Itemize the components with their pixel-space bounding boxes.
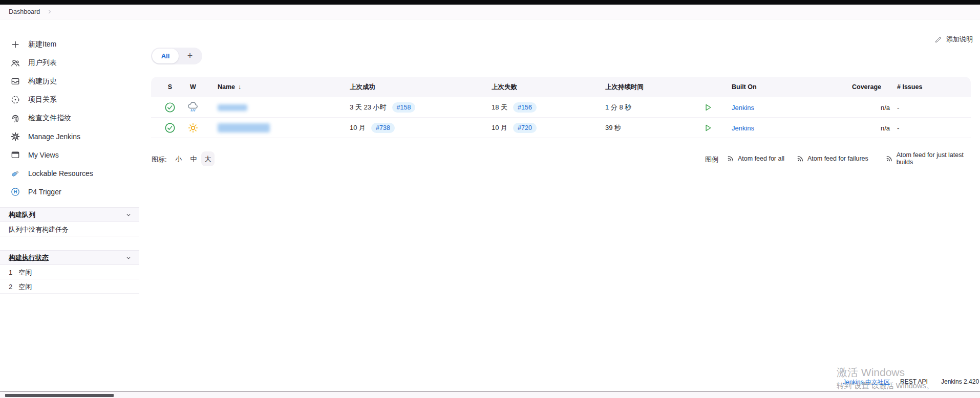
rest-api-link[interactable]: REST API: [900, 378, 928, 385]
status-cell[interactable]: [164, 118, 176, 138]
job-name-link[interactable]: [218, 118, 270, 138]
status-cell[interactable]: [164, 97, 176, 118]
build-number-link[interactable]: #738: [371, 123, 395, 133]
watermark-line1: 激活 Windows: [837, 365, 933, 380]
build-number-link[interactable]: #720: [513, 123, 537, 133]
header-last-duration[interactable]: 上次持续时间: [605, 77, 644, 97]
play-icon: [702, 102, 713, 113]
header-status[interactable]: S: [164, 77, 176, 97]
built-on-link[interactable]: Jenkins: [732, 97, 754, 118]
horizontal-scrollbar-thumb[interactable]: [5, 394, 114, 397]
new-view-button[interactable]: +: [179, 51, 201, 61]
last-success-time: 3 天 23 小时: [350, 103, 387, 112]
sidebar-item-manage-jenkins[interactable]: Manage Jenkins: [0, 127, 139, 146]
icon-size-medium[interactable]: 中: [187, 151, 200, 166]
header-name[interactable]: Name ↓: [218, 77, 241, 97]
executor-status: 空闲: [18, 280, 32, 293]
built-on-link[interactable]: Jenkins: [732, 118, 754, 138]
rss-icon: [797, 155, 804, 162]
weather-cell: [187, 118, 199, 138]
coverage-value: n/a: [881, 118, 890, 138]
build-number-link[interactable]: #156: [513, 102, 537, 113]
scrollbar-track: [0, 392, 980, 398]
atom-feed-all[interactable]: Atom feed for all: [727, 153, 784, 164]
last-duration: 1 分 8 秒: [605, 97, 631, 118]
sidebar-item-label: Lockable Resources: [28, 169, 93, 178]
redacted-job-name: [218, 123, 270, 132]
helix-h-icon: H: [10, 187, 20, 197]
people-icon: [10, 58, 20, 68]
play-icon: [702, 123, 713, 133]
executor-status: 空闲: [18, 266, 32, 279]
executor-row: 2 空闲: [0, 280, 139, 294]
last-success-cell: 3 天 23 小时 #158: [350, 97, 415, 118]
sidebar: 新建Item 用户列表 构建历史 项目关系 检查文件指纹 Manage Jenk…: [0, 35, 139, 201]
feed-label: Atom feed for failures: [807, 155, 868, 162]
sidebar-item-label: 项目关系: [28, 95, 57, 104]
build-executor-title: 构建执行状态: [9, 253, 49, 262]
last-success-time: 10 月: [350, 123, 366, 132]
last-duration: 39 秒: [605, 118, 621, 138]
redacted-job-name: [218, 104, 247, 111]
sidebar-item-p4-trigger[interactable]: H P4 Trigger: [0, 183, 139, 201]
rain-cloud-icon: [187, 101, 199, 114]
header-last-success[interactable]: 上次成功: [350, 77, 375, 97]
sidebar-item-build-history[interactable]: 构建历史: [0, 72, 139, 91]
sidebar-item-project-relationship[interactable]: 项目关系: [0, 91, 139, 109]
sidebar-item-label: Manage Jenkins: [28, 132, 80, 141]
project-relationship-icon: [10, 95, 20, 105]
header-last-failure[interactable]: 上次失败: [492, 77, 517, 97]
last-failure-cell: 18 天 #156: [492, 97, 537, 118]
header-coverage[interactable]: Coverage: [852, 77, 881, 97]
job-name-link[interactable]: [218, 97, 247, 118]
sidebar-item-fingerprint[interactable]: 检查文件指纹: [0, 109, 139, 127]
last-success-cell: 10 月 #738: [350, 118, 395, 138]
job-row: 3 天 23 小时 #158 18 天 #156 1 分 8 秒 Jenkins…: [151, 97, 971, 118]
build-executor-header[interactable]: 构建执行状态: [0, 250, 139, 265]
sidebar-item-new-item[interactable]: 新建Item: [0, 35, 139, 54]
sidebar-item-label: My Views: [28, 151, 59, 159]
svg-text:H: H: [14, 189, 17, 194]
rss-icon: [886, 155, 893, 162]
icon-size-label: 图标:: [152, 155, 167, 164]
sidebar-item-label: 新建Item: [28, 40, 56, 49]
success-check-icon: [164, 122, 176, 134]
header-built-on[interactable]: Built On: [732, 77, 757, 97]
sidebar-item-user-list[interactable]: 用户列表: [0, 54, 139, 72]
atom-feed-latest[interactable]: Atom feed for just latest builds: [886, 153, 980, 164]
atom-feed-failures[interactable]: Atom feed for failures: [797, 153, 868, 164]
built-on-label: Jenkins: [732, 104, 754, 112]
breadcrumb[interactable]: Dashboard: [9, 8, 40, 15]
legend-link[interactable]: 图例: [705, 155, 718, 164]
sidebar-item-my-views[interactable]: My Views: [0, 146, 139, 164]
build-queue-title: 构建队列: [9, 210, 35, 219]
build-number-link[interactable]: #158: [392, 102, 416, 113]
sidebar-item-label: P4 Trigger: [28, 188, 61, 196]
build-queue-header[interactable]: 构建队列: [0, 207, 139, 222]
executor-row: 1 空闲: [0, 266, 139, 279]
run-build-button[interactable]: [702, 97, 713, 118]
icon-size-small[interactable]: 小: [172, 151, 185, 166]
build-history-icon: [10, 76, 20, 86]
chevron-down-icon: [125, 254, 132, 261]
job-table: S W Name ↓ 上次成功 上次失败 上次持续时间 Built On Cov…: [151, 77, 971, 138]
success-check-icon: [164, 102, 176, 113]
add-description-button[interactable]: 添加说明: [934, 35, 973, 44]
job-table-header: S W Name ↓ 上次成功 上次失败 上次持续时间 Built On Cov…: [151, 77, 971, 97]
gear-icon: [10, 131, 20, 142]
sidebar-item-lockable-resources[interactable]: Lockable Resources: [0, 164, 139, 183]
pencil-icon: [934, 36, 942, 43]
rss-icon: [727, 155, 734, 162]
sunny-icon: [187, 122, 199, 134]
header-issues[interactable]: # Issues: [897, 77, 922, 97]
window-icon: [10, 150, 20, 160]
icon-size-large[interactable]: 大: [201, 151, 215, 166]
jenkins-community-link[interactable]: Jenkins 中文社区: [843, 378, 890, 387]
run-build-button[interactable]: [702, 118, 713, 138]
tab-all[interactable]: All: [152, 49, 179, 63]
header-weather[interactable]: W: [187, 77, 199, 97]
sidebar-item-label: 检查文件指纹: [28, 114, 71, 123]
job-row: 10 月 #738 10 月 #720 39 秒 Jenkins n/a -: [151, 118, 971, 138]
feed-label: Atom feed for just latest builds: [897, 151, 980, 166]
breadcrumb-bar: Dashboard: [0, 5, 980, 19]
